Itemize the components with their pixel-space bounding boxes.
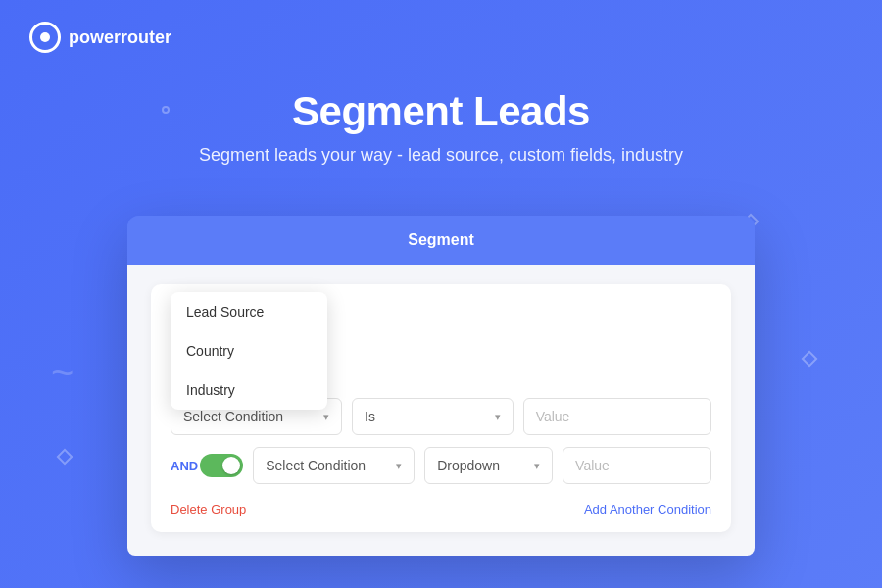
logo-icon [29, 22, 61, 53]
footer-row: Delete Group Add Another Condition [171, 498, 711, 516]
value-placeholder-1: Value [536, 409, 570, 424]
select-condition-2-label: Select Condition [266, 458, 366, 473]
and-row: AND Select Condition ▾ Dropdown ▾ Value [171, 447, 711, 484]
toggle-thumb [222, 457, 240, 474]
select-is[interactable]: Is ▾ [352, 398, 514, 435]
toggle-switch[interactable] [200, 454, 243, 477]
segment-label: Segment [408, 231, 474, 248]
dropdown-item-lead-source[interactable]: Lead Source [171, 292, 327, 331]
page-title: Segment Leads [0, 88, 882, 135]
chevron-down-icon-4: ▾ [534, 460, 540, 472]
and-toggle-group[interactable]: AND [171, 454, 243, 477]
logo: powerrouter [29, 22, 172, 53]
value-input-2[interactable]: Value [563, 447, 711, 484]
select-dropdown[interactable]: Dropdown ▾ [424, 447, 553, 484]
logo-text: powerrouter [69, 27, 172, 48]
segment-card: Segment Lead Source Country Industry Sel… [127, 216, 755, 556]
delete-group-button[interactable]: Delete Group [171, 502, 246, 516]
select-dropdown-label: Dropdown [437, 458, 500, 473]
value-placeholder-2: Value [575, 458, 610, 473]
select-condition-2[interactable]: Select Condition ▾ [253, 447, 415, 484]
chevron-down-icon-3: ▾ [396, 460, 402, 472]
and-label: AND [171, 459, 198, 473]
page-subtitle: Segment leads your way - lead source, cu… [0, 145, 882, 166]
dropdown-item-country[interactable]: Country [171, 331, 327, 370]
field-dropdown-menu[interactable]: Lead Source Country Industry [171, 292, 327, 410]
value-input-1[interactable]: Value [523, 398, 711, 435]
segment-card-body: Lead Source Country Industry Select Cond… [127, 265, 755, 556]
chevron-down-icon-1: ▾ [323, 411, 329, 423]
add-condition-button[interactable]: Add Another Condition [584, 502, 711, 516]
group-box: Lead Source Country Industry Select Cond… [151, 284, 731, 532]
select-is-label: Is [365, 409, 375, 424]
segment-card-header: Segment [127, 216, 755, 265]
dropdown-item-industry[interactable]: Industry [171, 370, 327, 410]
select-condition-1-label: Select Condition [183, 409, 283, 424]
chevron-down-icon-2: ▾ [495, 411, 501, 423]
